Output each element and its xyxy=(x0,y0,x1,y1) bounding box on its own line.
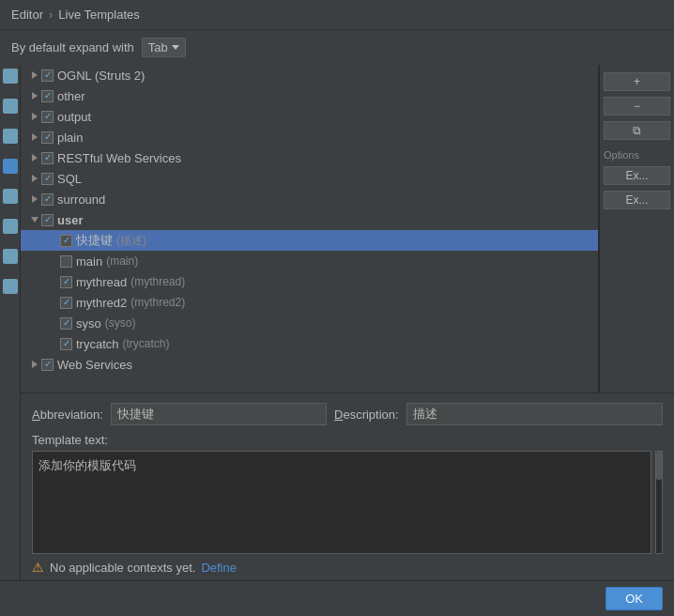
sub-mythread: (mythread) xyxy=(130,275,185,288)
label-main: main xyxy=(76,254,102,269)
checkbox-mythread[interactable] xyxy=(60,276,72,288)
checkbox-other[interactable] xyxy=(41,90,54,102)
sub-main: (main) xyxy=(106,254,138,268)
tree-item-trycatch[interactable]: trycatch (trycatch) xyxy=(21,333,598,354)
expand-icon-surround xyxy=(28,192,41,206)
label-sql: SQL xyxy=(57,172,82,186)
expand-btn[interactable]: Ex... xyxy=(604,166,670,185)
form-area: Abbreviation: Description: Template text… xyxy=(21,393,674,580)
tree-item-main[interactable]: main (main) xyxy=(21,251,598,271)
template-text-input[interactable]: 添加你的模版代码 xyxy=(32,451,651,554)
label-webservices: Web Services xyxy=(57,358,132,372)
checkbox-kuaijiejian[interactable] xyxy=(60,235,72,247)
tree-item-output[interactable]: output xyxy=(21,106,598,127)
label-mythread: mythread xyxy=(76,275,127,289)
default-expand-label: By default expand with xyxy=(11,40,134,54)
expand-icon-plain xyxy=(28,131,41,144)
tree-item-user[interactable]: user xyxy=(21,209,598,230)
sub-syso: (syso) xyxy=(105,316,136,330)
expand-icon-user xyxy=(28,213,41,226)
template-text-label: Template text: xyxy=(32,433,663,447)
sidebar-icon-6[interactable] xyxy=(3,219,18,234)
dropdown-arrow-icon xyxy=(172,45,179,50)
ok-button[interactable]: OK xyxy=(605,587,663,610)
tree-item-kuaijiejian[interactable]: 快捷键 (描述) xyxy=(21,230,598,251)
add-button[interactable]: + xyxy=(604,72,670,91)
tree-item-webservices[interactable]: Web Services xyxy=(21,354,598,375)
tree-panel[interactable]: OGNL (Struts 2) other output xyxy=(21,65,599,393)
scrollbar[interactable] xyxy=(655,451,663,554)
right-buttons-panel: + − ⧉ Options Ex... Ex... xyxy=(599,65,674,393)
abbreviation-label: Abbreviation: xyxy=(32,408,103,422)
tree-item-sql[interactable]: SQL xyxy=(21,168,598,189)
extra-btn[interactable]: Ex... xyxy=(604,191,670,209)
sidebar-icon-5[interactable] xyxy=(3,189,18,204)
sidebar-icon-2[interactable] xyxy=(3,99,18,114)
remove-button[interactable]: − xyxy=(604,97,670,116)
expand-icon-restful xyxy=(28,151,41,164)
description-label: Description: xyxy=(334,408,399,422)
checkbox-syso[interactable] xyxy=(60,317,72,330)
sidebar-icon-8[interactable] xyxy=(3,279,18,294)
tree-item-plain[interactable]: plain xyxy=(21,127,598,147)
sidebar-icons xyxy=(0,65,21,580)
sidebar-icon-1[interactable] xyxy=(3,69,18,84)
checkbox-sql[interactable] xyxy=(41,173,54,185)
tree-item-other[interactable]: other xyxy=(21,85,598,106)
tree-item-restful[interactable]: RESTful Web Services xyxy=(21,147,598,168)
warning-text: No applicable contexts yet. xyxy=(50,561,195,575)
expand-icon-webservices xyxy=(28,358,41,371)
label-trycatch: trycatch xyxy=(76,337,119,351)
warning-row: ⚠ No applicable contexts yet. Define xyxy=(32,554,663,580)
checkbox-output[interactable] xyxy=(41,111,54,123)
checkbox-restful[interactable] xyxy=(41,152,54,164)
checkbox-surround[interactable] xyxy=(41,193,54,206)
tree-item-ognl[interactable]: OGNL (Struts 2) xyxy=(21,65,598,85)
tree-item-mythred2[interactable]: mythred2 (mythred2) xyxy=(21,292,598,313)
expand-icon-ognl xyxy=(28,69,41,82)
tree-item-mythread[interactable]: mythread (mythread) xyxy=(21,271,598,292)
warning-icon: ⚠ xyxy=(32,560,44,575)
checkbox-user[interactable] xyxy=(41,214,54,226)
sub-trycatch: (trycatch) xyxy=(123,337,170,350)
label-restful: RESTful Web Services xyxy=(57,151,181,165)
expand-dropdown[interactable]: Tab xyxy=(142,38,186,57)
label-surround: surround xyxy=(57,192,105,207)
label-other: other xyxy=(57,89,85,103)
checkbox-main[interactable] xyxy=(60,255,72,268)
sub-mythred2: (mythred2) xyxy=(130,296,185,309)
sidebar-icon-4[interactable] xyxy=(3,159,18,174)
breadcrumb-separator: › xyxy=(49,8,53,22)
sidebar-icon-7[interactable] xyxy=(3,249,18,264)
checkbox-ognl[interactable] xyxy=(41,69,54,82)
abbreviation-input[interactable] xyxy=(111,403,327,425)
content-wrapper: OGNL (Struts 2) other output xyxy=(21,65,674,580)
breadcrumb-live-templates: Live Templates xyxy=(58,8,139,22)
expand-dropdown-value: Tab xyxy=(148,40,168,54)
checkbox-trycatch[interactable] xyxy=(60,338,72,350)
checkbox-webservices[interactable] xyxy=(41,359,54,371)
sidebar-icon-3[interactable] xyxy=(3,129,18,144)
label-plain: plain xyxy=(57,131,83,145)
description-input[interactable] xyxy=(406,403,663,425)
checkbox-mythred2[interactable] xyxy=(60,297,72,309)
label-output: output xyxy=(57,110,91,124)
header: Editor › Live Templates xyxy=(0,0,674,30)
breadcrumb-editor: Editor xyxy=(11,8,43,22)
define-link[interactable]: Define xyxy=(201,561,237,575)
tree-item-surround[interactable]: surround xyxy=(21,189,598,209)
label-ognl: OGNL (Struts 2) xyxy=(57,69,145,83)
sub-kuaijiejian: (描述) xyxy=(116,233,146,249)
abbreviation-row: Abbreviation: Description: xyxy=(32,403,663,425)
tree-item-syso[interactable]: syso (syso) xyxy=(21,313,598,333)
label-kuaijiejian: 快捷键 xyxy=(76,232,113,249)
label-syso: syso xyxy=(76,316,101,331)
copy-button[interactable]: ⧉ xyxy=(604,121,670,140)
label-user: user xyxy=(57,213,83,227)
checkbox-plain[interactable] xyxy=(41,131,54,144)
default-expand-row: By default expand with Tab xyxy=(0,30,674,65)
expand-icon-sql xyxy=(28,172,41,185)
bottom-bar: OK xyxy=(0,580,674,616)
options-label: Options xyxy=(604,149,639,161)
label-mythred2: mythred2 xyxy=(76,296,127,310)
